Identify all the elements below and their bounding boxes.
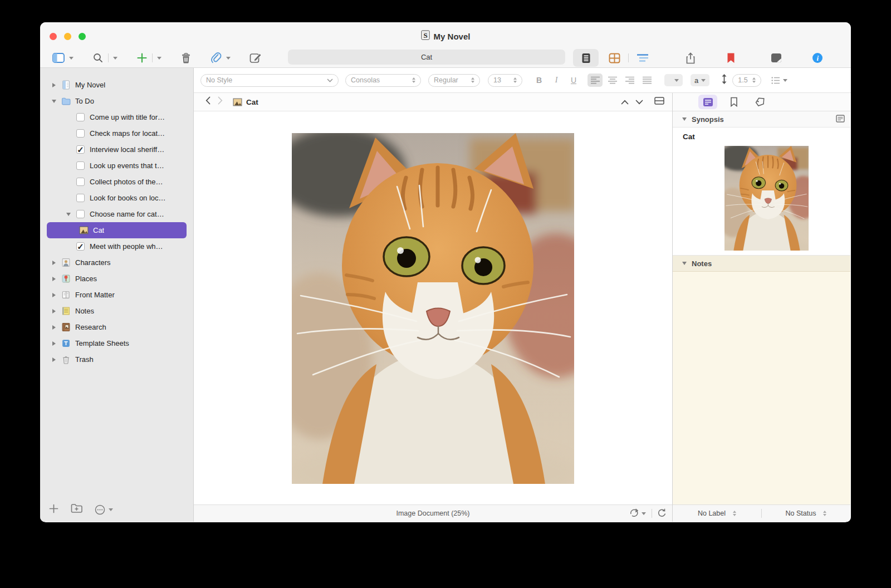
highlight-color-dropdown[interactable]: a — [691, 74, 709, 86]
disclosure-chevron-icon[interactable] — [50, 309, 58, 313]
font-weight-select[interactable]: Regular — [428, 74, 480, 87]
search-options-chevron-icon[interactable] — [111, 50, 120, 66]
synopsis-body[interactable]: Cat — [673, 128, 850, 256]
align-center-button[interactable] — [605, 74, 620, 87]
binder-item-research[interactable]: Research — [40, 319, 187, 335]
binder-item-meet-with-people-wh[interactable]: ✓Meet with people wh… — [40, 238, 187, 254]
inspector-info-button[interactable]: i — [810, 50, 825, 66]
tab-bookmarks[interactable] — [724, 95, 743, 109]
binder-item-label: Come up with title for… — [90, 113, 165, 121]
todo-checkbox-checked[interactable]: ✓ — [76, 145, 85, 154]
disclosure-chevron-icon[interactable] — [50, 261, 58, 265]
synopsis-image-toggle-icon[interactable] — [836, 115, 845, 124]
synopsis-collapse-chevron-icon[interactable] — [681, 117, 688, 121]
label-selector[interactable]: No Label — [673, 509, 761, 517]
text-color-dropdown[interactable] — [664, 74, 683, 86]
binder-item-places[interactable]: Places — [40, 271, 187, 287]
binder-item-label: Interview local sheriff… — [90, 145, 164, 154]
attach-options-chevron-icon[interactable] — [224, 50, 233, 66]
align-left-button[interactable] — [588, 74, 603, 87]
editor-body[interactable] — [194, 111, 672, 504]
binder-item-label: Notes — [75, 307, 94, 315]
disclosure-chevron-icon[interactable] — [50, 83, 58, 87]
disclosure-chevron-icon[interactable] — [50, 100, 58, 103]
navigate-back-icon[interactable] — [202, 96, 214, 107]
document-icon — [61, 80, 71, 90]
trash-button[interactable] — [178, 50, 194, 66]
tab-metadata[interactable] — [751, 95, 770, 109]
reload-image-icon[interactable] — [658, 508, 667, 519]
binder-item-interview-local-sheriff[interactable]: ✓Interview local sheriff… — [40, 141, 187, 158]
binder-item-look-up-events-that-t[interactable]: Look up events that t… — [40, 158, 187, 174]
binder-item-label: To Do — [75, 97, 94, 105]
binder-item-notes[interactable]: Notes — [40, 303, 187, 319]
italic-button[interactable]: I — [549, 76, 564, 85]
todo-checkbox[interactable] — [76, 161, 85, 170]
quick-reference-button[interactable] — [768, 50, 784, 66]
search-icon[interactable] — [90, 50, 106, 66]
add-item-button[interactable] — [134, 50, 150, 66]
line-height-icon[interactable] — [721, 74, 728, 87]
todo-checkbox[interactable] — [76, 129, 85, 138]
disclosure-chevron-icon[interactable] — [50, 277, 58, 281]
todo-checkbox[interactable] — [76, 210, 85, 218]
binder-item-to-do[interactable]: To Do — [40, 93, 187, 109]
todo-checkbox[interactable] — [76, 194, 85, 202]
binder-action-menu-button[interactable] — [95, 504, 113, 515]
view-mode-corkboard-button[interactable] — [606, 50, 623, 66]
compose-button[interactable] — [247, 50, 264, 66]
binder-item-cat[interactable]: Cat — [47, 222, 187, 238]
convert-options-chevron-icon[interactable] — [642, 512, 646, 515]
disclosure-chevron-icon[interactable] — [50, 293, 58, 297]
bold-button[interactable]: B — [532, 76, 546, 85]
font-family-select[interactable]: Consolas — [345, 74, 421, 87]
todo-checkbox-checked[interactable]: ✓ — [76, 242, 85, 251]
binder-item-collect-photos-of-the[interactable]: Collect photos of the… — [40, 174, 187, 190]
binder-item-choose-name-for-cat[interactable]: Choose name for cat… — [40, 206, 187, 222]
convert-image-icon[interactable] — [629, 508, 638, 518]
underline-button[interactable]: U — [566, 76, 581, 85]
binder-item-look-for-books-on-loc[interactable]: Look for books on loc… — [40, 190, 187, 206]
toolbar-search-field[interactable]: Cat — [288, 50, 565, 65]
notes-body[interactable] — [673, 272, 850, 504]
toggle-binder-button[interactable] — [50, 50, 67, 66]
disclosure-chevron-icon[interactable] — [50, 341, 58, 346]
align-right-button[interactable] — [622, 74, 637, 87]
tab-notes[interactable] — [698, 95, 717, 109]
status-selector[interactable]: No Status — [762, 509, 850, 517]
binder-item-come-up-with-title-for[interactable]: Come up with title for… — [40, 109, 187, 125]
share-button[interactable] — [683, 50, 698, 66]
binder-options-chevron-icon[interactable] — [67, 50, 76, 66]
font-size-select[interactable]: 13 — [488, 74, 522, 87]
binder-item-template-sheets[interactable]: Template Sheets — [40, 335, 187, 351]
binder-item-check-maps-for-locat[interactable]: Check maps for locat… — [40, 125, 187, 141]
view-mode-document-button[interactable] — [573, 49, 599, 67]
binder-item-front-matter[interactable]: Front Matter — [40, 287, 187, 303]
synopsis-section-header[interactable]: Synopsis — [673, 111, 850, 128]
split-editor-icon[interactable] — [654, 97, 664, 107]
paperclip-attach-icon[interactable] — [208, 50, 224, 66]
paragraph-style-select[interactable]: No Style — [200, 74, 339, 87]
align-justify-button[interactable] — [639, 74, 654, 87]
disclosure-chevron-icon[interactable] — [65, 213, 72, 216]
disclosure-chevron-icon[interactable] — [50, 325, 58, 330]
navigate-forward-icon[interactable] — [214, 96, 226, 107]
binder-item-my-novel[interactable]: My Novel — [40, 77, 187, 93]
line-spacing-select[interactable]: 1.5 — [732, 74, 761, 87]
add-options-chevron-icon[interactable] — [155, 50, 164, 66]
todo-checkbox[interactable] — [76, 113, 85, 121]
notes-collapse-chevron-icon[interactable] — [681, 262, 688, 265]
bookmarks-button[interactable] — [724, 50, 737, 66]
next-document-icon[interactable] — [635, 97, 643, 107]
view-mode-outline-button[interactable] — [634, 50, 651, 66]
disclosure-chevron-icon[interactable] — [50, 357, 58, 362]
add-document-button[interactable] — [49, 504, 58, 516]
binder-item-trash[interactable]: Trash — [40, 351, 187, 367]
previous-document-icon[interactable] — [621, 97, 629, 107]
todo-checkbox[interactable] — [76, 178, 85, 186]
binder-item-characters[interactable]: Characters — [40, 254, 187, 271]
add-folder-button[interactable] — [71, 503, 82, 516]
action-menu-chevron-icon — [109, 508, 113, 511]
list-style-dropdown[interactable] — [771, 77, 787, 84]
notes-section-header[interactable]: Notes — [673, 256, 850, 272]
